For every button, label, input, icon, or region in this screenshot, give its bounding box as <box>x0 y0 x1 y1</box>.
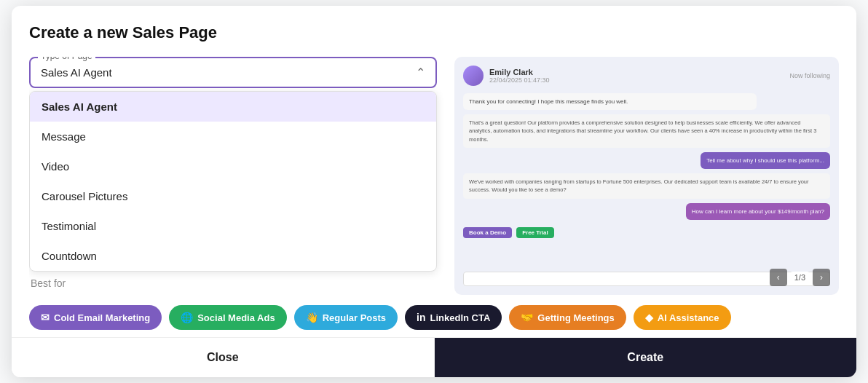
tag-regular-posts-label: Regular Posts <box>323 312 386 323</box>
dropdown-item-message[interactable]: Message <box>30 122 436 151</box>
ai-assistance-icon: ◆ <box>645 312 653 323</box>
chat-bubble-right-1: Tell me about why I should use this plat… <box>701 152 830 169</box>
close-button[interactable]: Close <box>12 338 435 377</box>
modal-title: Create a new Sales Page <box>29 23 839 42</box>
preview-chat-area: Thank you for connecting! I hope this me… <box>463 93 830 264</box>
dropdown-label: Type of Page <box>38 57 95 61</box>
chat-bubble-1: Thank you for connecting! I hope this me… <box>463 93 757 110</box>
tag-social-media[interactable]: 🌐 Social Media Ads <box>169 305 286 330</box>
regular-posts-icon: 👋 <box>306 312 318 323</box>
type-of-page-dropdown[interactable]: Type of Page Sales AI Agent ⌃ <box>29 57 437 88</box>
preview-header: Emily Clark 22/04/2025 01:47:30 Now foll… <box>463 66 830 86</box>
tag-cold-email-label: Cold Email Marketing <box>54 312 150 323</box>
nav-next-arrow[interactable]: › <box>813 269 830 286</box>
dropdown-item-carousel-pictures[interactable]: Carousel Pictures <box>30 181 436 211</box>
best-for-label: Best for <box>29 277 437 289</box>
nav-prev-arrow[interactable]: ‹ <box>770 269 787 286</box>
cta-free-trial[interactable]: Free Trial <box>516 227 554 238</box>
create-sales-page-modal: Create a new Sales Page Type of Page Sal… <box>12 6 856 377</box>
tag-linkedin-label: LinkedIn CTA <box>430 312 491 323</box>
create-button[interactable]: Create <box>435 338 857 377</box>
chat-cta-row: Book a Demo Free Trial <box>463 227 830 238</box>
dropdown-item-testimonial[interactable]: Testimonial <box>30 211 436 241</box>
preview-avatar <box>463 66 484 86</box>
nav-page-indicator: 1/3 <box>790 272 810 283</box>
selected-option-text: Sales AI Agent <box>41 66 112 79</box>
tag-getting-meetings-label: Getting Meetings <box>537 312 614 323</box>
preview-name-block: Emily Clark 22/04/2025 01:47:30 <box>489 68 784 84</box>
tag-ai-assistance[interactable]: ◆ AI Assistance <box>634 305 731 330</box>
dropdown-item-video[interactable]: Video <box>30 151 436 181</box>
chat-block-left-1: That's a great question! Our platform pr… <box>463 114 830 148</box>
cta-book-demo[interactable]: Book a Demo <box>463 227 512 238</box>
tag-row: ✉ Cold Email Marketing 🌐 Social Media Ad… <box>29 295 839 337</box>
chat-bubble-right-2: How can I learn more about your $149/mon… <box>686 203 830 220</box>
chat-block-left-2: We've worked with companies ranging from… <box>463 173 830 199</box>
nav-arrows: ‹ 1/3 › <box>770 269 830 286</box>
footer-buttons: Close Create <box>12 337 856 377</box>
getting-meetings-icon: 🤝 <box>521 312 533 323</box>
dropdown-item-countdown[interactable]: Countdown <box>30 241 436 271</box>
modal-body: Type of Page Sales AI Agent ⌃ Sales AI A… <box>29 57 839 295</box>
tag-cold-email[interactable]: ✉ Cold Email Marketing <box>29 305 162 330</box>
preview-panel: Emily Clark 22/04/2025 01:47:30 Now foll… <box>454 57 839 295</box>
cold-email-icon: ✉ <box>41 312 50 323</box>
preview-user-time: 22/04/2025 01:47:30 <box>489 76 784 84</box>
tag-ai-assistance-label: AI Assistance <box>658 312 719 323</box>
preview-inner: Emily Clark 22/04/2025 01:47:30 Now foll… <box>454 57 839 295</box>
tag-linkedin[interactable]: in LinkedIn CTA <box>405 305 502 330</box>
tag-regular-posts[interactable]: 👋 Regular Posts <box>294 305 398 330</box>
preview-status: Now following <box>789 72 830 79</box>
dropdown-item-sales-ai-agent[interactable]: Sales AI Agent <box>30 92 436 122</box>
tag-social-media-label: Social Media Ads <box>197 312 275 323</box>
tag-getting-meetings[interactable]: 🤝 Getting Meetings <box>509 305 626 330</box>
linkedin-icon: in <box>417 312 425 323</box>
preview-user-name: Emily Clark <box>489 68 784 76</box>
dropdown-menu: Sales AI Agent Message Video Carousel Pi… <box>29 91 437 272</box>
social-media-icon: 🌐 <box>181 312 193 323</box>
chevron-up-icon: ⌃ <box>416 66 425 79</box>
left-panel: Type of Page Sales AI Agent ⌃ Sales AI A… <box>29 57 437 295</box>
dropdown-selected-value[interactable]: Sales AI Agent ⌃ <box>41 66 425 79</box>
